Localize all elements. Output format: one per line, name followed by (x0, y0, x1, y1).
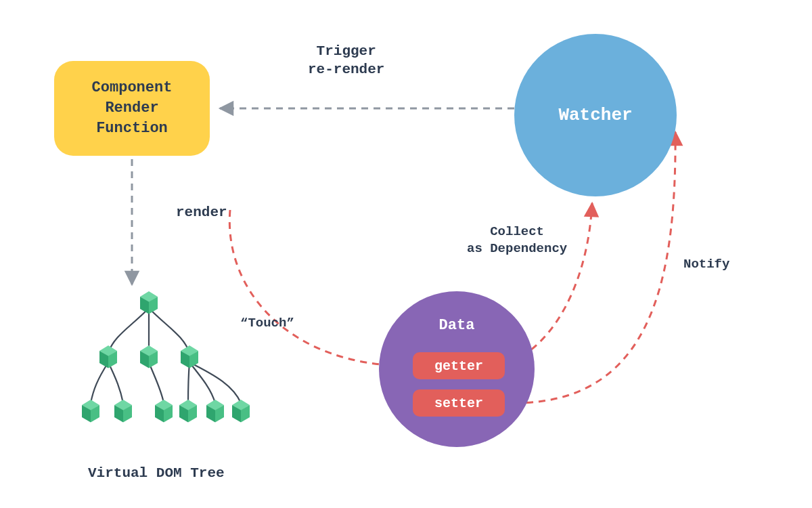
node-data-label: Data (379, 317, 535, 334)
node-getter-label: getter (434, 358, 483, 374)
virtual-dom-tree (81, 288, 257, 457)
tree-cube-icon (114, 400, 132, 420)
tree-cube-icon (232, 400, 250, 420)
tree-cube-icon (140, 345, 158, 366)
tree-cube-icon (179, 400, 197, 420)
label-trigger-rerender: Trigger re-render (308, 42, 384, 79)
tree-cube-icon (82, 400, 99, 420)
node-watcher: Watcher (514, 34, 677, 196)
label-virtual-dom-tree: Virtual DOM Tree (88, 464, 225, 482)
node-data: Data getter setter (379, 291, 535, 447)
node-setter: setter (413, 389, 505, 417)
tree-cube-icon (206, 400, 224, 420)
node-getter: getter (413, 352, 505, 379)
tree-cube-icon (99, 345, 117, 366)
label-render: render (176, 203, 227, 221)
label-collect: Collect as Dependency (467, 224, 567, 257)
label-notify: Notify (683, 256, 729, 273)
node-component-render-function: Component Render Function (54, 61, 210, 156)
node-setter-label: setter (434, 396, 483, 411)
tree-cube-icon (140, 291, 158, 312)
node-component-render-function-label: Component Render Function (92, 78, 173, 138)
tree-cube-icon (181, 345, 198, 366)
node-watcher-label: Watcher (558, 105, 632, 125)
tree-cube-icon (155, 400, 173, 420)
